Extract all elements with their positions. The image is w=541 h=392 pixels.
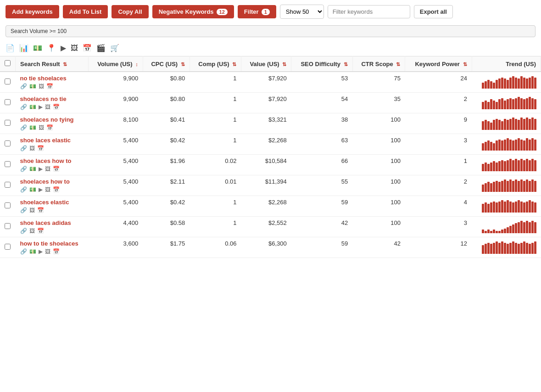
- calendar-icon[interactable]: 📅: [46, 83, 53, 90]
- image-icon[interactable]: 🖼: [45, 186, 50, 193]
- link-icon[interactable]: 🔗: [20, 145, 27, 151]
- link-icon[interactable]: 🔗: [20, 124, 27, 131]
- row-checkbox[interactable]: [5, 78, 11, 84]
- link-icon[interactable]: 🔗: [20, 207, 27, 213]
- trend-bar-segment: [523, 140, 525, 151]
- ctr-scope-header: CTR Scope ⇅: [352, 56, 405, 72]
- add-keywords-button[interactable]: Add keywords: [6, 5, 59, 18]
- checkbox-header[interactable]: [0, 56, 16, 72]
- calendar-icon[interactable]: 📅: [53, 104, 60, 110]
- comp-sort-icon[interactable]: ⇅: [232, 62, 236, 67]
- row-checkbox[interactable]: [5, 182, 11, 188]
- video-icon[interactable]: ▶: [39, 186, 43, 193]
- row-checkbox[interactable]: [5, 140, 11, 146]
- trend-bar-segment: [523, 160, 525, 171]
- select-all-checkbox[interactable]: [5, 60, 11, 66]
- value-sort-icon[interactable]: ⇅: [282, 62, 286, 67]
- show-select[interactable]: Show 50 Show 25 Show 100: [280, 5, 324, 19]
- sort-icon[interactable]: ⇅: [63, 62, 67, 67]
- link-icon[interactable]: 🔗: [20, 248, 27, 255]
- image-icon[interactable]: 🖼: [29, 228, 35, 234]
- video-icon[interactable]: ▶: [39, 166, 43, 172]
- keyword-name[interactable]: shoelaces how to: [20, 178, 84, 185]
- kp-sort-icon[interactable]: ⇅: [463, 62, 467, 67]
- trend-bar-segment: [504, 161, 506, 171]
- row-checkbox[interactable]: [5, 99, 11, 105]
- keyword-cell: how to tie shoelaces🔗💵▶🖼📅: [16, 237, 89, 258]
- row-checkbox[interactable]: [5, 120, 11, 126]
- doc-icon[interactable]: 📄: [6, 44, 15, 52]
- filter-button[interactable]: Filter 1: [238, 5, 276, 18]
- negative-keywords-button[interactable]: Negative Keywords 12: [152, 5, 234, 18]
- money-icon[interactable]: 💵: [29, 83, 36, 90]
- keyword-name[interactable]: shoe laces adidas: [20, 219, 84, 226]
- chart-icon[interactable]: 📊: [19, 44, 28, 52]
- active-filter-tag[interactable]: Search Volume >= 100: [6, 25, 535, 37]
- location-icon[interactable]: 📍: [47, 44, 56, 52]
- cart-icon[interactable]: 🛒: [110, 44, 119, 52]
- seo-difficulty-cell: 53: [291, 72, 352, 93]
- link-icon[interactable]: 🔗: [20, 228, 27, 234]
- keyword-name[interactable]: shoelaces no tying: [20, 116, 84, 123]
- calendar-icon[interactable]: 📅: [53, 248, 60, 255]
- row-checkbox-cell: [0, 237, 16, 258]
- link-icon[interactable]: 🔗: [20, 104, 27, 110]
- keyword-name[interactable]: shoe laces how to: [20, 157, 84, 164]
- keyword-name[interactable]: no tie shoelaces: [20, 75, 84, 82]
- film-icon[interactable]: 🎬: [96, 44, 106, 52]
- row-checkbox[interactable]: [5, 223, 11, 229]
- row-checkbox[interactable]: [5, 244, 11, 250]
- image-icon[interactable]: 🖼: [45, 248, 50, 255]
- trend-bar-segment: [526, 221, 528, 233]
- link-icon[interactable]: 🔗: [20, 186, 27, 193]
- link-icon[interactable]: 🔗: [20, 83, 27, 90]
- row-checkbox[interactable]: [5, 161, 11, 167]
- seo-sort-icon[interactable]: ⇅: [344, 62, 348, 67]
- video-icon[interactable]: ▶: [39, 248, 43, 255]
- money-icon[interactable]: 💵: [29, 248, 36, 255]
- row-checkbox[interactable]: [5, 202, 11, 208]
- volume-cell: 5,400: [89, 175, 143, 196]
- calendar-icon[interactable]: 📅: [46, 124, 53, 131]
- image-icon[interactable]: 🖼: [39, 83, 44, 90]
- export-button[interactable]: Export all: [414, 5, 453, 18]
- trend-bar-segment: [523, 99, 525, 109]
- copy-all-button[interactable]: Copy All: [112, 5, 148, 18]
- video-icon[interactable]: ▶: [61, 44, 66, 52]
- ctr-sort-icon[interactable]: ⇅: [396, 62, 400, 67]
- calendar-icon[interactable]: 📅: [37, 228, 44, 234]
- money-icon[interactable]: 💵: [29, 186, 36, 193]
- add-to-list-button[interactable]: Add To List: [63, 5, 108, 18]
- calendar-icon[interactable]: 📅: [37, 145, 44, 151]
- image-icon[interactable]: 🖼: [45, 104, 50, 110]
- trend-bar-segment: [490, 202, 492, 213]
- money-icon[interactable]: 💵: [29, 166, 36, 172]
- keyword-name[interactable]: how to tie shoelaces: [20, 240, 84, 247]
- trend-bar-segment: [512, 118, 514, 130]
- keyword-name[interactable]: shoelaces elastic: [20, 199, 84, 206]
- image-icon[interactable]: 🖼: [71, 44, 78, 52]
- trend-bar-segment: [490, 162, 492, 171]
- image-icon[interactable]: 🖼: [29, 207, 35, 213]
- calendar-icon[interactable]: 📅: [53, 166, 60, 172]
- filter-input[interactable]: [328, 5, 410, 18]
- trend-bar-segment: [482, 204, 484, 213]
- volume-sort-icon[interactable]: ↕: [135, 62, 138, 67]
- calendar-icon[interactable]: 📅: [53, 186, 60, 193]
- money-icon[interactable]: 💵: [29, 124, 36, 131]
- calendar-icon[interactable]: 📅: [37, 207, 44, 213]
- image-icon[interactable]: 🖼: [45, 166, 50, 172]
- image-icon[interactable]: 🖼: [29, 145, 35, 151]
- keyword-name[interactable]: shoe laces elastic: [20, 137, 84, 144]
- money-icon[interactable]: 💵: [33, 44, 42, 52]
- link-icon[interactable]: 🔗: [20, 166, 27, 172]
- trend-bar-segment: [523, 241, 525, 254]
- cpc-sort-icon[interactable]: ⇅: [181, 62, 185, 67]
- image-icon[interactable]: 🖼: [39, 124, 44, 131]
- video-icon[interactable]: ▶: [39, 104, 43, 110]
- trend-bar-segment: [518, 222, 520, 233]
- calendar-icon[interactable]: 📅: [83, 44, 92, 52]
- keyword-name[interactable]: shoelaces no tie: [20, 95, 84, 102]
- money-icon[interactable]: 💵: [29, 104, 36, 110]
- trend-cell: [472, 113, 541, 134]
